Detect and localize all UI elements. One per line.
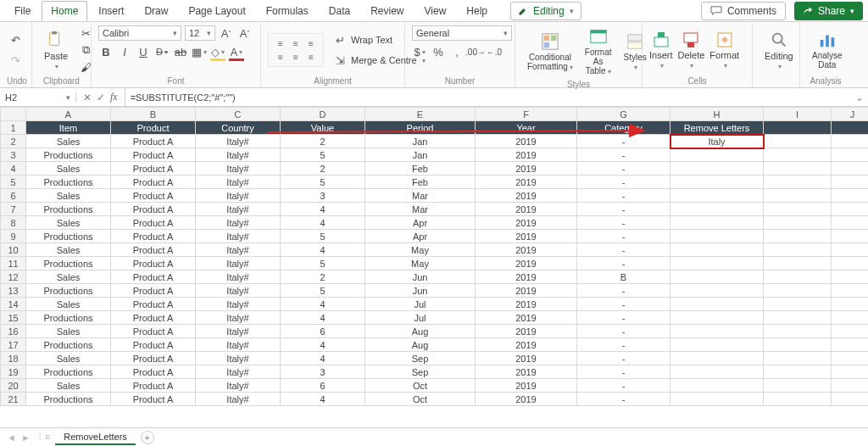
cell[interactable]: [764, 230, 832, 243]
cell[interactable]: Sep: [365, 365, 476, 379]
cell[interactable]: [832, 148, 869, 162]
cell[interactable]: -: [577, 176, 670, 189]
header-cell[interactable]: [832, 121, 869, 135]
tab-home[interactable]: Home: [42, 1, 87, 21]
cell[interactable]: 2019: [476, 162, 577, 176]
share-button[interactable]: Share ▾: [794, 2, 863, 20]
cell[interactable]: -: [577, 135, 670, 148]
sheet-tab[interactable]: RemoveLetters: [55, 430, 136, 445]
col-header-C[interactable]: C: [196, 108, 281, 121]
row-header-2[interactable]: 2: [1, 135, 26, 148]
cell[interactable]: [670, 189, 764, 203]
font-color-button[interactable]: A▾: [229, 44, 244, 59]
cell[interactable]: Sep: [365, 352, 476, 365]
cell[interactable]: 6: [281, 325, 365, 338]
cell[interactable]: [764, 135, 832, 148]
tab-file[interactable]: File: [5, 1, 40, 20]
cell[interactable]: [764, 189, 832, 203]
cell[interactable]: [764, 311, 832, 325]
cell[interactable]: 6: [281, 379, 365, 393]
cell[interactable]: 4: [281, 298, 365, 311]
tab-insert[interactable]: Insert: [89, 1, 133, 20]
cell[interactable]: 2019: [476, 135, 577, 148]
delete-cells-button[interactable]: Delete▾: [678, 31, 705, 70]
cell[interactable]: Productions: [26, 311, 111, 325]
cell[interactable]: -: [577, 148, 670, 162]
cell[interactable]: 4: [281, 216, 365, 230]
col-header-J[interactable]: J: [832, 108, 869, 121]
conditional-formatting-button[interactable]: Conditional Formatting▾: [522, 31, 578, 74]
header-cell[interactable]: Value: [281, 121, 365, 135]
increase-decimal-button[interactable]: .00→: [468, 44, 483, 59]
cell[interactable]: May: [365, 243, 476, 257]
cell[interactable]: [764, 243, 832, 257]
cell[interactable]: 5: [281, 148, 365, 162]
cell[interactable]: Italy#: [196, 243, 281, 257]
editing-mode-button[interactable]: Editing ▾: [510, 2, 581, 20]
cell[interactable]: [832, 216, 869, 230]
cell[interactable]: Productions: [26, 148, 111, 162]
cell[interactable]: -: [577, 189, 670, 203]
row-header-16[interactable]: 16: [1, 325, 26, 338]
cell[interactable]: [764, 148, 832, 162]
sheet-nav-next[interactable]: ►: [21, 432, 31, 443]
decrease-decimal-button[interactable]: ←.0: [487, 44, 502, 59]
strikethrough-button[interactable]: ab: [173, 44, 188, 59]
cell[interactable]: 2019: [476, 230, 577, 243]
cell[interactable]: [832, 243, 869, 257]
cell[interactable]: -: [577, 311, 670, 325]
cell[interactable]: Product A: [111, 230, 196, 243]
row-header-11[interactable]: 11: [1, 257, 26, 270]
cell[interactable]: Italy#: [196, 393, 281, 406]
cell[interactable]: [832, 311, 869, 325]
cell[interactable]: Product A: [111, 284, 196, 298]
cell[interactable]: Apr: [365, 216, 476, 230]
insert-cells-button[interactable]: Insert▾: [649, 31, 673, 70]
cell[interactable]: B: [577, 270, 670, 284]
cell[interactable]: [670, 393, 764, 406]
cell[interactable]: Product A: [111, 148, 196, 162]
cell[interactable]: [764, 298, 832, 311]
cell[interactable]: Italy#: [196, 325, 281, 338]
row-header-1[interactable]: 1: [1, 121, 26, 135]
cell[interactable]: [764, 162, 832, 176]
cell[interactable]: 2019: [476, 257, 577, 270]
cell[interactable]: Sales: [26, 216, 111, 230]
cell[interactable]: [832, 365, 869, 379]
tab-page-layout[interactable]: Page Layout: [179, 1, 254, 20]
cell[interactable]: -: [577, 216, 670, 230]
cell[interactable]: Sales: [26, 379, 111, 393]
cell[interactable]: Italy#: [196, 176, 281, 189]
cell[interactable]: Italy#: [196, 352, 281, 365]
cell[interactable]: [832, 325, 869, 338]
decrease-font-button[interactable]: A˅: [237, 25, 253, 41]
cell[interactable]: Productions: [26, 284, 111, 298]
row-header-21[interactable]: 21: [1, 393, 26, 406]
cell[interactable]: 2019: [476, 243, 577, 257]
cell[interactable]: -: [577, 257, 670, 270]
cell[interactable]: 3: [281, 189, 365, 203]
cell[interactable]: 5: [281, 176, 365, 189]
cell[interactable]: Product A: [111, 393, 196, 406]
cell[interactable]: Sales: [26, 135, 111, 148]
cell[interactable]: Italy#: [196, 189, 281, 203]
cell[interactable]: -: [577, 203, 670, 216]
cell[interactable]: -: [577, 230, 670, 243]
cell[interactable]: Italy#: [196, 135, 281, 148]
cell[interactable]: Aug: [365, 325, 476, 338]
row-header-19[interactable]: 19: [1, 365, 26, 379]
percent-button[interactable]: %: [431, 44, 446, 59]
cell[interactable]: -: [577, 393, 670, 406]
tab-formulas[interactable]: Formulas: [257, 1, 318, 20]
cell[interactable]: [670, 270, 764, 284]
header-cell[interactable]: Year: [476, 121, 577, 135]
cell[interactable]: Product A: [111, 379, 196, 393]
cell[interactable]: 2019: [476, 148, 577, 162]
cell[interactable]: Productions: [26, 230, 111, 243]
cell[interactable]: [670, 379, 764, 393]
tab-review[interactable]: Review: [361, 1, 413, 20]
cell[interactable]: Italy#: [196, 230, 281, 243]
cell[interactable]: May: [365, 257, 476, 270]
cell[interactable]: Productions: [26, 257, 111, 270]
underline-button[interactable]: U: [136, 44, 151, 59]
